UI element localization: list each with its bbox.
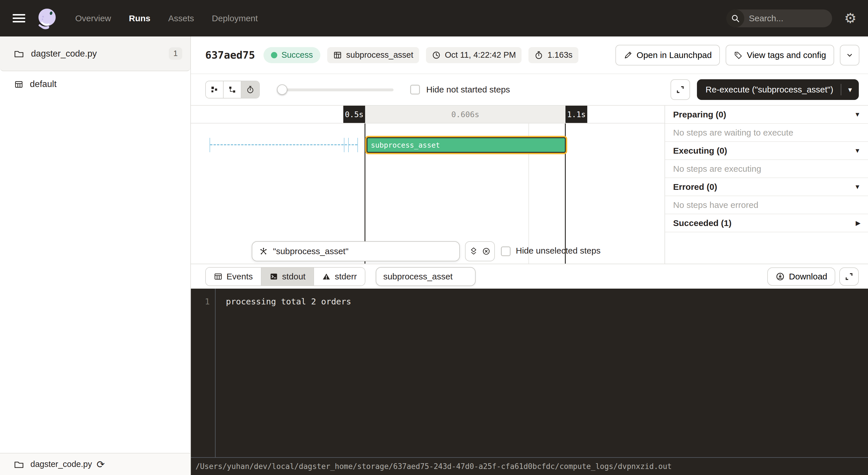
events-table-icon (214, 272, 222, 281)
gear-icon[interactable]: ⚙ (844, 11, 857, 25)
folder-icon (14, 460, 24, 469)
gantt-chart: 0.606s 0.5s 1.1s subprocess_asset (191, 106, 664, 264)
log-toolbar: Events stdout stderr (191, 264, 868, 289)
hide-not-started-checkbox[interactable] (410, 85, 420, 94)
reexecute-label: Re-execute ("subprocess_asset") (706, 85, 833, 94)
sidebar-footer: dagster_code.py ⟳ (0, 453, 190, 475)
log-line-number: 1 (191, 297, 210, 306)
tag-icon (734, 51, 743, 60)
run-id: 637aed75 (205, 49, 255, 61)
caret-right-icon: ▶ (856, 219, 861, 227)
run-actions-dropdown-button[interactable] (840, 45, 859, 65)
hide-unselected-checkbox[interactable] (501, 246, 510, 256)
slider-knob[interactable] (277, 84, 287, 95)
search-input[interactable] (744, 13, 832, 23)
timed-view-button[interactable] (241, 81, 259, 98)
asset-tag-pill[interactable]: subprocess_asset (327, 47, 419, 63)
clear-selection-button[interactable] (482, 247, 491, 256)
layers-icon (469, 247, 478, 256)
section-title: Succeeded (1) (673, 218, 856, 228)
download-label: Download (789, 272, 827, 281)
nav-runs[interactable]: Runs (129, 13, 150, 23)
section-succeeded[interactable]: Succeeded (1) ▶ (665, 214, 868, 232)
filter-button-group (465, 241, 495, 261)
section-errored[interactable]: Errored (0) ▼ (665, 178, 868, 196)
gantt-body: 0.606s 0.5s 1.1s subprocess_asset (191, 105, 868, 264)
duration-label: 1.163s (547, 50, 572, 60)
asset-tag-label: subprocess_asset (346, 50, 413, 60)
waterfall-view-button[interactable] (224, 81, 241, 98)
nav-overview[interactable]: Overview (75, 13, 111, 23)
gantt-fullscreen-button[interactable] (671, 79, 690, 100)
gantt-zoom-slider[interactable] (277, 84, 394, 95)
download-button[interactable]: Download (767, 267, 835, 286)
global-search[interactable]: / (726, 9, 832, 27)
hamburger-menu-icon[interactable] (12, 12, 25, 24)
pencil-icon (623, 51, 632, 60)
hide-unselected-label: Hide unselected steps (516, 246, 600, 256)
gantt-filter-row: Hide unselected steps (191, 241, 664, 261)
timeline-end-badge: 1.1s (565, 106, 587, 123)
view-tags-config-label: View tags and config (747, 50, 826, 60)
search-icon (726, 9, 744, 27)
log-output: 1 processing total 2 orders (191, 289, 868, 457)
gantt-view-toggle (205, 81, 260, 98)
reexecute-dropdown-caret[interactable]: ▾ (841, 85, 859, 94)
sidebar: dagster_code.py 1 default dagster_code.p… (0, 36, 191, 475)
section-title: Errored (0) (673, 182, 854, 192)
sidebar-item-label: default (30, 79, 57, 89)
status-label: Success (281, 50, 313, 60)
expand-icon (675, 85, 685, 94)
nav-deployment[interactable]: Deployment (212, 13, 258, 23)
gantt-step-bar[interactable]: subprocess_asset (367, 137, 566, 153)
job-grid-icon (14, 79, 24, 89)
warning-triangle-icon (322, 272, 331, 281)
timeline-start-badge: 0.5s (343, 106, 365, 123)
caret-down-icon: ▼ (854, 147, 861, 154)
chevron-down-icon (845, 51, 854, 59)
dagster-octopus-icon (35, 6, 59, 30)
sidebar-item-default[interactable]: default (0, 71, 190, 97)
section-title: Preparing (0) (673, 110, 854, 119)
timestamp-label: Oct 11, 4:22:42 PM (445, 50, 516, 60)
log-step-selector-input[interactable] (383, 272, 468, 281)
hide-not-started-control: Hide not started steps (410, 85, 510, 94)
log-fullscreen-button[interactable] (839, 267, 859, 286)
download-icon (775, 272, 785, 281)
section-executing-message: No steps are executing (665, 160, 868, 178)
op-selector-icon (259, 246, 268, 256)
reexecute-button[interactable]: Re-execute ("subprocess_asset") ▾ (697, 79, 859, 100)
dagster-logo[interactable] (35, 6, 59, 30)
open-in-launchpad-label: Open in Launchpad (637, 50, 712, 60)
section-errored-message: No steps have errored (665, 196, 868, 214)
sidebar-repo-header[interactable]: dagster_code.py 1 (0, 36, 190, 71)
flat-view-button[interactable] (206, 81, 224, 98)
top-nav: Overview Runs Assets Deployment / ⚙ (0, 0, 868, 36)
tab-stderr[interactable]: stderr (314, 268, 365, 286)
section-preparing[interactable]: Preparing (0) ▼ (665, 106, 868, 124)
view-tags-config-button[interactable]: View tags and config (725, 45, 834, 65)
asset-grid-icon (333, 51, 342, 60)
tab-stderr-label: stderr (335, 272, 357, 281)
tab-events[interactable]: Events (206, 268, 261, 286)
step-status-panel: Preparing (0) ▼ No steps are waiting to … (664, 106, 868, 264)
stopwatch-icon (246, 85, 255, 94)
log-step-selector[interactable] (376, 267, 476, 286)
tab-stdout[interactable]: stdout (261, 268, 314, 286)
run-header: 637aed75 Success subprocess_asset (191, 36, 868, 74)
primary-nav: Overview Runs Assets Deployment (75, 13, 258, 23)
log-gutter-divider (215, 289, 216, 457)
gantt-toolbar: Hide not started steps Re-execute ("subp… (191, 74, 868, 105)
footer-file-label: dagster_code.py (30, 459, 92, 469)
expand-selection-button[interactable] (469, 247, 478, 256)
waterfall-view-icon (228, 85, 237, 94)
open-in-launchpad-button[interactable]: Open in Launchpad (615, 45, 720, 65)
section-executing[interactable]: Executing (0) ▼ (665, 142, 868, 160)
log-file-path: /Users/yuhan/dev/local/dagster_home/stor… (195, 462, 672, 471)
repo-file-label: dagster_code.py (31, 49, 97, 59)
reload-icon[interactable]: ⟳ (96, 459, 105, 469)
nav-assets[interactable]: Assets (168, 13, 194, 23)
duration-pill: 1.163s (528, 47, 578, 63)
step-filter-input[interactable] (273, 246, 453, 256)
slider-track[interactable] (277, 88, 394, 91)
